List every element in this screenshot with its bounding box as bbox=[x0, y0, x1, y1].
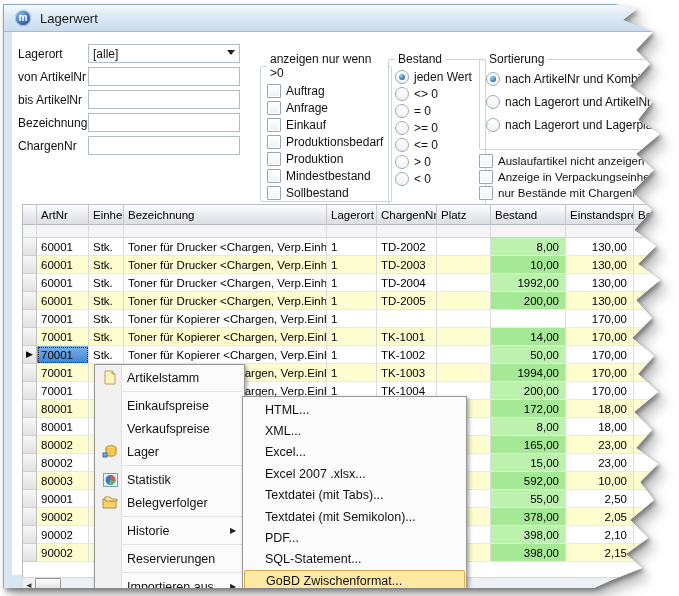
cell-artnr[interactable]: 80001 bbox=[37, 418, 89, 436]
cell-bestand[interactable]: 398,00 bbox=[491, 544, 566, 562]
cell-chargennr[interactable]: TD-2002 bbox=[377, 238, 437, 256]
cell-chargennr[interactable]: TK-1002 bbox=[377, 346, 437, 364]
cell-bew[interactable] bbox=[634, 526, 679, 544]
cell-lagerort[interactable]: 1 bbox=[327, 346, 377, 364]
menu-item-belegverfolger[interactable]: Belegverfolger bbox=[95, 491, 244, 514]
radio-icon[interactable] bbox=[395, 138, 409, 152]
cell-artnr[interactable]: 70001 bbox=[37, 382, 89, 400]
checkbox-icon[interactable] bbox=[479, 186, 493, 200]
cell-chargennr[interactable]: TD-2003 bbox=[377, 256, 437, 274]
cell-bestand[interactable]: 14,00 bbox=[491, 328, 566, 346]
cell-bew[interactable] bbox=[634, 544, 679, 562]
cell-lagerort[interactable]: 1 bbox=[327, 310, 377, 328]
cell-einstandspreis[interactable]: 23,00 bbox=[566, 454, 634, 472]
column-header-bestand[interactable]: Bestand bbox=[491, 205, 566, 225]
cell-artnr[interactable]: 80003 bbox=[37, 472, 89, 490]
bestand-option[interactable]: <= 0 bbox=[395, 138, 481, 152]
sortierung-option[interactable]: nach Lagerort und ArtikelNr bbox=[486, 95, 679, 109]
cell-bezeichnung[interactable]: Toner für Drucker <Chargen, Verp.Einh.> bbox=[124, 238, 327, 256]
cell-einheit[interactable]: Stk. bbox=[89, 292, 124, 310]
cell-platz[interactable] bbox=[437, 364, 491, 382]
column-header-bew[interactable]: Bew bbox=[634, 205, 679, 225]
cell-bestand[interactable]: 200,00 bbox=[491, 292, 566, 310]
submenu-item-excel-2007-xlsx[interactable]: Excel 2007 .xlsx... bbox=[243, 463, 466, 484]
checkbox-icon[interactable] bbox=[267, 186, 281, 200]
column-header-lagerort[interactable]: Lagerort bbox=[327, 205, 377, 225]
show-only-option[interactable]: Mindestbestand bbox=[267, 169, 387, 183]
column-header-bezeichnung[interactable]: Bezeichnung bbox=[124, 205, 327, 225]
checkbox-icon[interactable] bbox=[267, 101, 281, 115]
row-selector[interactable] bbox=[23, 490, 37, 508]
cell-einstandspreis[interactable]: 10,00 bbox=[566, 472, 634, 490]
cell-einstandspreis[interactable]: 130,00 bbox=[566, 274, 634, 292]
show-only-option[interactable]: Anfrage bbox=[267, 101, 387, 115]
submenu-item-sql-statement[interactable]: SQL-Statement... bbox=[243, 549, 466, 570]
show-only-option[interactable]: Sollbestand bbox=[267, 186, 387, 200]
radio-icon[interactable] bbox=[395, 172, 409, 186]
cell-platz[interactable] bbox=[437, 292, 491, 310]
cell-platz[interactable] bbox=[437, 346, 491, 364]
row-selector[interactable] bbox=[23, 454, 37, 472]
cell-bestand[interactable]: 8,00 bbox=[491, 238, 566, 256]
cell-bestand[interactable]: 172,00 bbox=[491, 400, 566, 418]
chargennr-input[interactable] bbox=[88, 136, 240, 155]
cell-platz[interactable] bbox=[437, 274, 491, 292]
row-selector[interactable] bbox=[23, 274, 37, 292]
radio-icon[interactable] bbox=[395, 121, 409, 135]
row-selector[interactable] bbox=[23, 292, 37, 310]
menu-item-lager[interactable]: Lager bbox=[95, 440, 244, 463]
checkbox-icon[interactable] bbox=[479, 154, 493, 168]
row-selector[interactable] bbox=[23, 418, 37, 436]
table-row[interactable]: ▶70001Stk.Toner für Kopierer <Chargen, V… bbox=[23, 346, 679, 364]
cell-artnr[interactable]: 80001 bbox=[37, 400, 89, 418]
cell-artnr[interactable]: 70001 bbox=[37, 328, 89, 346]
column-header-chargennr[interactable]: ChargenNr bbox=[377, 205, 437, 225]
cell-platz[interactable] bbox=[437, 328, 491, 346]
cell-einstandspreis[interactable]: 170,00 bbox=[566, 382, 634, 400]
cell-bezeichnung[interactable]: Toner für Drucker <Chargen, Verp.Einh.> bbox=[124, 256, 327, 274]
cell-bestand[interactable]: 50,00 bbox=[491, 346, 566, 364]
row-selector[interactable] bbox=[23, 382, 37, 400]
radio-icon[interactable] bbox=[395, 70, 409, 84]
cell-bew[interactable] bbox=[634, 490, 679, 508]
von-artikelnr-input[interactable] bbox=[88, 67, 240, 86]
cell-einstandspreis[interactable]: 18,00 bbox=[566, 418, 634, 436]
window-titlebar[interactable]: m Lagerwert bbox=[4, 5, 676, 32]
checkbox-icon[interactable] bbox=[267, 135, 281, 149]
cell-chargennr[interactable]: TK-1003 bbox=[377, 364, 437, 382]
row-selector[interactable] bbox=[23, 544, 37, 562]
cell-bestand[interactable]: 55,00 bbox=[491, 490, 566, 508]
cell-bezeichnung[interactable]: Toner für Kopierer <Chargen, Verp.Einh.> bbox=[124, 310, 327, 328]
cell-bestand[interactable]: 592,00 bbox=[491, 472, 566, 490]
radio-icon[interactable] bbox=[395, 155, 409, 169]
row-selector[interactable] bbox=[23, 436, 37, 454]
cell-bew[interactable] bbox=[634, 274, 679, 292]
show-only-option[interactable]: Einkauf bbox=[267, 118, 387, 132]
menu-item-einkaufspreise[interactable]: Einkaufspreise bbox=[95, 394, 244, 417]
row-selector[interactable] bbox=[23, 310, 37, 328]
cell-chargennr[interactable] bbox=[377, 310, 437, 328]
cell-einstandspreis[interactable]: 2,50 bbox=[566, 490, 634, 508]
column-header-artnr[interactable]: ArtNr bbox=[37, 205, 89, 225]
cell-bezeichnung[interactable]: Toner für Drucker <Chargen, Verp.Einh.> bbox=[124, 274, 327, 292]
cell-einstandspreis[interactable]: 2,15 bbox=[566, 544, 634, 562]
menu-item-verkaufspreise[interactable]: Verkaufspreise bbox=[95, 417, 244, 440]
radio-icon[interactable] bbox=[486, 72, 500, 86]
cell-einstandspreis[interactable]: 130,00 bbox=[566, 256, 634, 274]
cell-lagerort[interactable]: 1 bbox=[327, 292, 377, 310]
bis-artikelnr-input[interactable] bbox=[88, 90, 240, 109]
extra-option[interactable]: nur Bestände mit ChargenNr anz bbox=[479, 186, 668, 200]
menu-item-reservierungen[interactable]: Reservierungen bbox=[95, 547, 244, 570]
cell-einstandspreis[interactable]: 130,00 bbox=[566, 292, 634, 310]
cell-bew[interactable] bbox=[634, 436, 679, 454]
column-header-sel[interactable] bbox=[23, 205, 37, 225]
cell-lagerort[interactable]: 1 bbox=[327, 238, 377, 256]
submenu-item-gobd-zwischenformat[interactable]: GoBD Zwischenformat... bbox=[244, 570, 465, 591]
sortierung-option[interactable]: nach Lagerort und Lagerplatz bbox=[486, 118, 679, 132]
checkbox-icon[interactable] bbox=[267, 169, 281, 183]
cell-artnr[interactable]: 90002 bbox=[37, 526, 89, 544]
row-selector[interactable] bbox=[23, 508, 37, 526]
cell-einheit[interactable]: Stk. bbox=[89, 310, 124, 328]
cell-artnr[interactable]: 60001 bbox=[37, 238, 89, 256]
scrollbar-thumb[interactable] bbox=[35, 578, 61, 593]
